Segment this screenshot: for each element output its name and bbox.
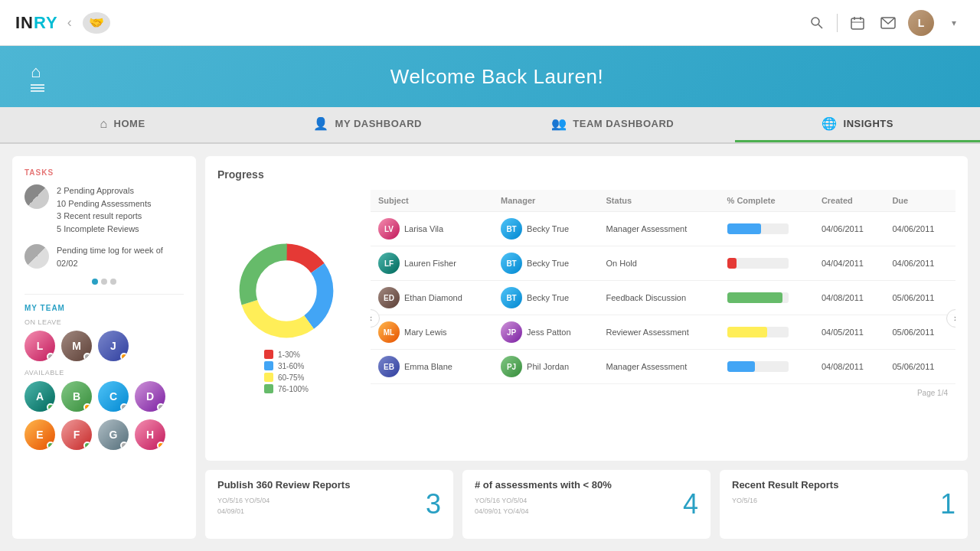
tab-insights[interactable]: 🌐 INSIGHTS xyxy=(735,107,980,142)
user-avatar-nav[interactable]: L xyxy=(908,10,934,36)
task-dot-1[interactable] xyxy=(92,279,98,285)
pct-cell xyxy=(720,246,814,281)
table-pagination: Page 1/4 xyxy=(371,384,956,402)
status-dot xyxy=(83,403,91,411)
created-cell: 04/08/2011 xyxy=(814,281,885,315)
status-dot xyxy=(83,353,91,360)
status-dot xyxy=(120,403,128,411)
card-360-sub-line1: YO/5/16 YO/5/04 xyxy=(217,497,270,504)
status-cell: Manager Assessment xyxy=(599,350,720,384)
home-button[interactable]: ⌂ xyxy=(31,62,44,92)
created-cell: 04/04/2011 xyxy=(814,246,885,281)
tab-home[interactable]: ⌂ HOME xyxy=(0,107,245,142)
manager-avatar: BT xyxy=(501,253,522,274)
avatar-j[interactable]: J xyxy=(98,331,129,361)
progress-content: 1-30% 31-60% 60-75% 76-100% xyxy=(217,190,956,447)
avatar-m[interactable]: M xyxy=(61,331,92,361)
status-cell: Feedback Discussion xyxy=(599,281,720,315)
main-content: TASKS 2 Pending Approvals10 Pending Asse… xyxy=(0,144,980,551)
svg-rect-4 xyxy=(851,18,864,29)
team-dashboard-icon: 👥 xyxy=(551,116,567,131)
left-panel: TASKS 2 Pending Approvals10 Pending Asse… xyxy=(12,156,196,539)
subject-cell: LF Lauren Fisher xyxy=(371,246,493,281)
dropdown-arrow-icon[interactable]: ▾ xyxy=(943,12,965,34)
card-results-number: 1 xyxy=(940,488,956,520)
col-pct: % Complete xyxy=(720,190,814,212)
tab-home-label: HOME xyxy=(114,118,145,129)
due-cell: 05/06/2011 xyxy=(884,350,956,384)
search-icon[interactable] xyxy=(806,12,828,34)
tab-team-dashboard[interactable]: 👥 TEAM DASHBOARD xyxy=(490,107,735,142)
legend-red: 1-30% xyxy=(264,350,309,359)
table-row: EB Emma Blane PJ Phil Jordan xyxy=(371,350,956,384)
tab-my-dashboard-label: MY DASHBOARD xyxy=(335,118,422,129)
status-dot xyxy=(157,442,165,449)
tasks-section: TASKS 2 Pending Approvals10 Pending Asse… xyxy=(24,168,184,285)
legend-yellow-label: 60-75% xyxy=(278,373,304,382)
subject-cell: LV Larisa Vila xyxy=(371,212,493,246)
subject-name: Lauren Fisher xyxy=(404,259,456,268)
donut-svg xyxy=(237,241,336,341)
calendar-icon[interactable] xyxy=(847,12,868,34)
avatar-d[interactable]: D xyxy=(135,381,165,412)
manager-cell: BT Becky True xyxy=(493,212,598,246)
my-dashboard-icon: 👤 xyxy=(313,116,329,131)
legend-red-label: 1-30% xyxy=(278,350,300,359)
manager-cell: BT Becky True xyxy=(493,281,598,315)
avatar-g[interactable]: G xyxy=(98,419,129,450)
task-item-timelog: Pending time log for week of 02/02 xyxy=(24,244,184,269)
legend-green: 76-100% xyxy=(264,384,309,393)
due-cell: 04/06/2011 xyxy=(884,246,956,281)
subject-name: Mary Lewis xyxy=(404,328,447,337)
avatar-c[interactable]: C xyxy=(98,381,129,412)
home-tab-icon: ⌂ xyxy=(100,117,107,131)
legend-green-label: 76-100% xyxy=(278,385,309,393)
subject-avatar: EB xyxy=(378,356,400,377)
subject-name: Larisa Vila xyxy=(404,224,443,233)
svg-text:🤝: 🤝 xyxy=(89,15,104,30)
mail-icon[interactable] xyxy=(877,12,899,34)
manager-cell: BT Becky True xyxy=(493,246,598,281)
tab-my-dashboard[interactable]: 👤 MY DASHBOARD xyxy=(245,107,490,142)
avatar-h[interactable]: H xyxy=(135,419,165,450)
tab-insights-label: INSIGHTS xyxy=(844,118,893,129)
subject-cell: ED Ethan Diamond xyxy=(371,281,493,315)
logo-area: INRY ‹ 🤝 xyxy=(15,9,112,37)
manager-avatar: PJ xyxy=(501,356,522,377)
task-dot-2[interactable] xyxy=(101,279,107,285)
card-assess-sub-line2: 04/09/01 YO/4/04 xyxy=(475,507,528,515)
manager-avatar: BT xyxy=(501,218,522,240)
pct-cell xyxy=(720,212,814,246)
subject-avatar: LV xyxy=(378,218,400,240)
svg-point-2 xyxy=(812,18,819,25)
progress-title: Progress xyxy=(217,168,956,181)
status-cell: Reviewer Assessment xyxy=(599,315,720,350)
top-navbar: INRY ‹ 🤝 L ▾ xyxy=(0,0,980,46)
table-row: ML Mary Lewis JP Jess Patton xyxy=(371,315,956,350)
welcome-title: Welcome Back Lauren! xyxy=(44,65,949,89)
card-assess-sub-line1: YO/5/16 YO/5/04 xyxy=(475,497,527,504)
avatar-lv[interactable]: L xyxy=(24,331,55,361)
avatar-b[interactable]: B xyxy=(61,381,92,412)
my-team-title: MY TEAM xyxy=(24,304,184,312)
manager-name: Jess Patton xyxy=(527,328,570,337)
manager-avatar: JP xyxy=(501,321,522,343)
avatar-a[interactable]: A xyxy=(24,381,55,412)
task-dot-3[interactable] xyxy=(110,279,116,285)
donut-chart xyxy=(237,241,336,341)
bottom-cards: Publish 360 Review Reports YO/5/16 YO/5/… xyxy=(205,470,968,539)
created-cell: 04/08/2011 xyxy=(814,350,885,384)
avatar-f[interactable]: F xyxy=(61,419,92,450)
task-dots xyxy=(24,279,184,285)
on-leave-label: ON LEAVE xyxy=(24,318,184,326)
donut-area: 1-30% 31-60% 60-75% 76-100% xyxy=(217,190,355,447)
insights-icon: 🌐 xyxy=(822,116,838,131)
progress-card: Progress xyxy=(205,156,968,461)
manager-cell: PJ Phil Jordan xyxy=(493,350,598,384)
avatar-e[interactable]: E xyxy=(24,419,55,450)
col-manager: Manager xyxy=(493,190,598,212)
navigation-tabs: ⌂ HOME 👤 MY DASHBOARD 👥 TEAM DASHBOARD 🌐… xyxy=(0,107,980,144)
status-dot xyxy=(120,442,128,449)
manager-avatar: BT xyxy=(501,287,522,308)
svg-line-3 xyxy=(818,24,822,28)
